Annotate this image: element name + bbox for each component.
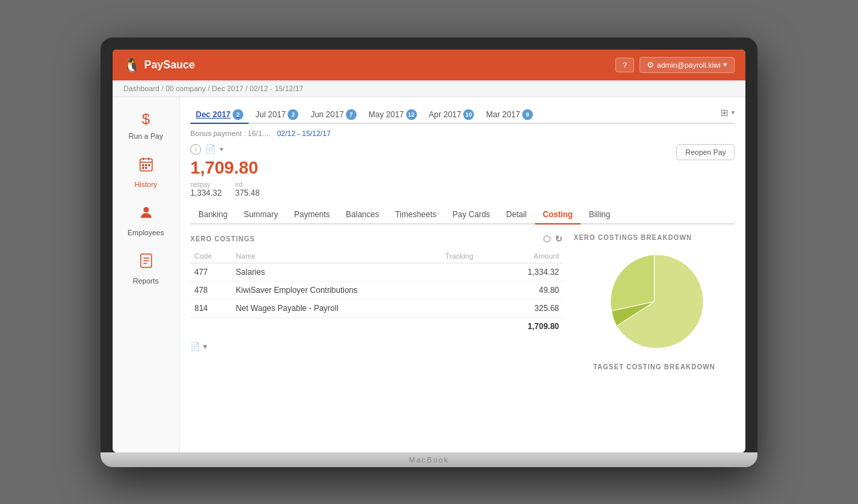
row-tracking — [441, 263, 499, 281]
refresh-icon[interactable]: ↻ — [555, 234, 563, 244]
breadcrumb: Dashboard / 00 company / Dec 2017 / 02/1… — [113, 80, 745, 97]
sidebar-item-run-a-pay[interactable]: $ Run a Pay — [116, 104, 176, 147]
sidebar-item-history[interactable]: History — [116, 149, 176, 195]
table-row: 814 Net Wages Payable - Payroll 325.68 — [190, 299, 563, 317]
tab-timesheets[interactable]: Timesheets — [387, 206, 444, 225]
total-row: 1,709.80 — [190, 317, 563, 335]
period-badge-apr2017: 10 — [463, 109, 474, 120]
gear-icon: ⚙ — [647, 60, 654, 70]
netpay-value: 1,334.32 — [190, 188, 222, 198]
row-code: 814 — [190, 299, 232, 317]
tab-summary[interactable]: Summary — [235, 206, 286, 225]
row-name: Salaries — [232, 263, 441, 281]
tab-billing[interactable]: Billing — [580, 206, 618, 225]
admin-label: admin@payroll.kiwi — [657, 61, 721, 69]
admin-caret: ▾ — [723, 60, 727, 69]
total-amount: 1,709.80 — [190, 158, 258, 178]
file-export-icon: 📄 — [190, 342, 200, 351]
top-bar: 🐧 PaySauce ? ⚙ admin@payroll.kiwi ▾ — [113, 50, 745, 80]
ird-item: ird 375.48 — [235, 181, 260, 198]
content-area: Dec 2017 2 Jul 2017 2 Jun 2017 7 May 201… — [180, 97, 745, 452]
period-badge-mar2017: 9 — [522, 109, 533, 120]
table-row: 477 Salaries 1,334.32 — [190, 263, 563, 281]
svg-rect-5 — [145, 164, 147, 166]
row-amount: 325.68 — [499, 299, 563, 317]
reports-icon — [138, 253, 154, 273]
breakdown-section: XERO COSTINGS BREAKDOWN — [574, 234, 735, 371]
period-tab-jun2017[interactable]: Jun 2017 7 — [305, 107, 361, 124]
period-badge-jul2017: 2 — [288, 109, 298, 120]
calendar-icon — [138, 156, 154, 176]
pie-chart-container — [574, 248, 735, 355]
info-icon[interactable]: i — [190, 144, 201, 155]
row-name: Net Wages Payable - Payroll — [232, 299, 441, 317]
sidebar-label-employees: Employees — [127, 229, 164, 237]
row-code: 477 — [190, 263, 232, 281]
file-icon[interactable]: 📄 — [205, 144, 216, 154]
admin-button[interactable]: ⚙ admin@payroll.kiwi ▾ — [639, 57, 735, 73]
sub-header: Bonus payment : 16/1.... 02/12 - 15/12/1… — [190, 129, 735, 137]
laptop-brand: MacBook — [409, 456, 449, 464]
period-tab-dec2017[interactable]: Dec 2017 2 — [190, 107, 249, 124]
total-label — [190, 317, 499, 335]
reopen-pay-button[interactable]: Reopen Pay — [676, 144, 735, 160]
tab-payments[interactable]: Payments — [286, 206, 338, 225]
grid-icon[interactable]: ⊞ — [721, 107, 729, 118]
tab-balances[interactable]: Balances — [338, 206, 387, 225]
period-badge-may2017: 12 — [406, 109, 417, 120]
summary-left: i 📄 ▾ 1,709.80 netpay 1,334.32 ird — [190, 144, 271, 198]
row-tracking — [441, 299, 499, 317]
tab-costing[interactable]: Costing — [535, 206, 581, 225]
period-tab-label: Mar 2017 — [486, 110, 520, 119]
period-tabs: Dec 2017 2 Jul 2017 2 Jun 2017 7 May 201… — [190, 107, 735, 124]
period-badge-jun2017: 7 — [346, 109, 357, 120]
summary-numbers: i 📄 ▾ 1,709.80 netpay 1,334.32 ird — [190, 144, 735, 198]
svg-point-9 — [143, 207, 149, 212]
sidebar-label-reports: Reports — [133, 277, 159, 285]
period-badge-dec2017: 2 — [233, 109, 243, 120]
help-label: ? — [623, 61, 627, 69]
date-range-link[interactable]: 02/12 - 15/12/17 — [277, 129, 330, 137]
costing-wrapper: XERO COSTINGS ⬡ ↻ Code Name — [190, 234, 735, 371]
tab-banking[interactable]: Banking — [190, 206, 235, 225]
sidebar-item-employees[interactable]: Employees — [116, 198, 176, 243]
pie-chart — [601, 248, 708, 355]
export-icon[interactable]: ⬡ — [543, 234, 551, 244]
summary-icons: i 📄 ▾ — [190, 144, 271, 155]
svg-rect-7 — [142, 167, 144, 169]
svg-rect-4 — [142, 164, 144, 166]
netpay-label: netpay — [190, 181, 222, 188]
amount-sub: netpay 1,334.32 ird 375.48 — [190, 181, 271, 198]
total-amount-cell: 1,709.80 — [499, 317, 563, 335]
costings-title-icons: ⬡ ↻ — [543, 234, 563, 244]
period-tab-label: Jun 2017 — [310, 110, 343, 119]
period-tab-may2017[interactable]: May 2017 12 — [363, 107, 422, 124]
period-caret-icon[interactable]: ▾ — [731, 109, 735, 116]
period-tab-mar2017[interactable]: Mar 2017 9 — [481, 107, 538, 124]
app-name: PaySauce — [144, 59, 195, 71]
svg-rect-8 — [145, 167, 147, 169]
netpay-item: netpay 1,334.32 — [190, 181, 222, 198]
col-tracking: Tracking — [441, 249, 499, 263]
period-tab-apr2017[interactable]: Apr 2017 10 — [424, 107, 480, 124]
tab-pay-cards[interactable]: Pay Cards — [444, 206, 498, 225]
tagset-title: TAGSET COSTING BREAKDOWN — [574, 363, 735, 371]
help-button[interactable]: ? — [615, 58, 634, 72]
sidebar-label-history: History — [134, 180, 157, 188]
export-row[interactable]: 📄 ▾ — [190, 342, 563, 351]
row-code: 478 — [190, 281, 232, 299]
ird-value: 375.48 — [235, 188, 260, 198]
sidebar: $ Run a Pay — [113, 97, 180, 452]
sidebar-item-reports[interactable]: Reports — [116, 246, 176, 292]
file-caret-icon[interactable]: ▾ — [220, 145, 223, 153]
col-amount: Amount — [499, 249, 563, 263]
ird-label: ird — [235, 181, 260, 188]
dollar-icon: $ — [141, 111, 149, 128]
logo: 🐧 PaySauce — [123, 57, 195, 73]
top-right-actions: ? ⚙ admin@payroll.kiwi ▾ — [615, 57, 735, 73]
row-amount: 49.80 — [499, 281, 563, 299]
period-tab-actions: ⊞ ▾ — [721, 107, 735, 118]
person-icon — [138, 204, 154, 225]
period-tab-jul2017[interactable]: Jul 2017 2 — [250, 107, 304, 124]
tab-detail[interactable]: Detail — [498, 206, 535, 225]
